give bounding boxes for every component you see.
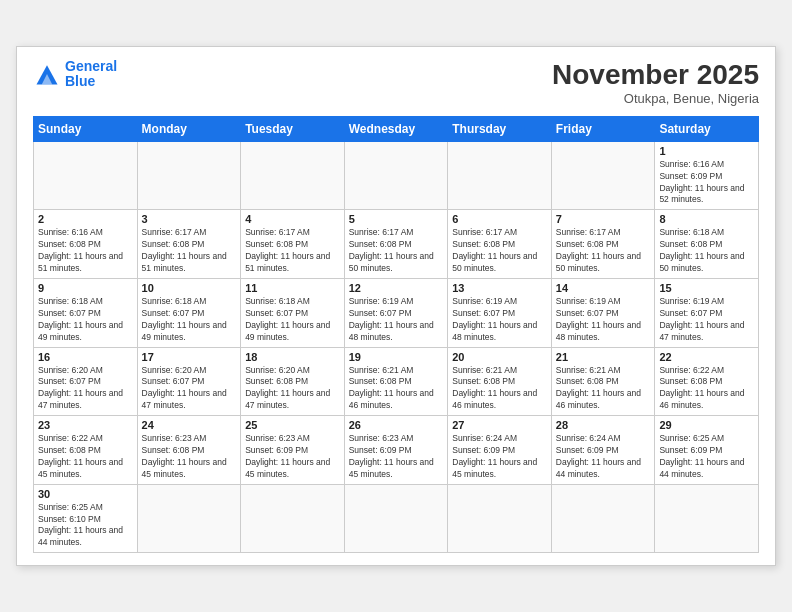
day-number: 12: [349, 282, 444, 294]
calendar-cell: 18Sunrise: 6:20 AM Sunset: 6:08 PM Dayli…: [241, 347, 345, 416]
calendar-cell: 16Sunrise: 6:20 AM Sunset: 6:07 PM Dayli…: [34, 347, 138, 416]
cell-text: Sunrise: 6:24 AM Sunset: 6:09 PM Dayligh…: [452, 433, 547, 481]
day-number: 10: [142, 282, 237, 294]
calendar-cell: [551, 484, 655, 553]
calendar-cell: 23Sunrise: 6:22 AM Sunset: 6:08 PM Dayli…: [34, 416, 138, 485]
calendar-cell: 4Sunrise: 6:17 AM Sunset: 6:08 PM Daylig…: [241, 210, 345, 279]
cell-text: Sunrise: 6:18 AM Sunset: 6:07 PM Dayligh…: [142, 296, 237, 344]
calendar-cell: 13Sunrise: 6:19 AM Sunset: 6:07 PM Dayli…: [448, 278, 552, 347]
cell-text: Sunrise: 6:16 AM Sunset: 6:09 PM Dayligh…: [659, 159, 754, 207]
day-number: 26: [349, 419, 444, 431]
day-number: 17: [142, 351, 237, 363]
calendar-cell: 11Sunrise: 6:18 AM Sunset: 6:07 PM Dayli…: [241, 278, 345, 347]
cell-text: Sunrise: 6:24 AM Sunset: 6:09 PM Dayligh…: [556, 433, 651, 481]
cell-text: Sunrise: 6:18 AM Sunset: 6:08 PM Dayligh…: [659, 227, 754, 275]
calendar-cell: 29Sunrise: 6:25 AM Sunset: 6:09 PM Dayli…: [655, 416, 759, 485]
calendar-cell: [137, 141, 241, 210]
week-row-2: 2Sunrise: 6:16 AM Sunset: 6:08 PM Daylig…: [34, 210, 759, 279]
calendar-cell: 24Sunrise: 6:23 AM Sunset: 6:08 PM Dayli…: [137, 416, 241, 485]
day-number: 9: [38, 282, 133, 294]
calendar-cell: 5Sunrise: 6:17 AM Sunset: 6:08 PM Daylig…: [344, 210, 448, 279]
calendar-cell: [655, 484, 759, 553]
cell-text: Sunrise: 6:17 AM Sunset: 6:08 PM Dayligh…: [452, 227, 547, 275]
calendar-cell: [344, 484, 448, 553]
cell-text: Sunrise: 6:17 AM Sunset: 6:08 PM Dayligh…: [245, 227, 340, 275]
day-header-sunday: Sunday: [34, 116, 138, 141]
cell-text: Sunrise: 6:23 AM Sunset: 6:09 PM Dayligh…: [245, 433, 340, 481]
month-title: November 2025: [552, 59, 759, 91]
cell-text: Sunrise: 6:18 AM Sunset: 6:07 PM Dayligh…: [38, 296, 133, 344]
cell-text: Sunrise: 6:20 AM Sunset: 6:07 PM Dayligh…: [38, 365, 133, 413]
calendar-cell: [448, 141, 552, 210]
cell-text: Sunrise: 6:19 AM Sunset: 6:07 PM Dayligh…: [452, 296, 547, 344]
cell-text: Sunrise: 6:17 AM Sunset: 6:08 PM Dayligh…: [349, 227, 444, 275]
calendar-cell: 20Sunrise: 6:21 AM Sunset: 6:08 PM Dayli…: [448, 347, 552, 416]
calendar-cell: [551, 141, 655, 210]
day-number: 30: [38, 488, 133, 500]
calendar-cell: 30Sunrise: 6:25 AM Sunset: 6:10 PM Dayli…: [34, 484, 138, 553]
calendar-cell: 2Sunrise: 6:16 AM Sunset: 6:08 PM Daylig…: [34, 210, 138, 279]
calendar-cell: 28Sunrise: 6:24 AM Sunset: 6:09 PM Dayli…: [551, 416, 655, 485]
calendar-cell: 27Sunrise: 6:24 AM Sunset: 6:09 PM Dayli…: [448, 416, 552, 485]
days-header-row: SundayMondayTuesdayWednesdayThursdayFrid…: [34, 116, 759, 141]
generalblue-logo-icon: [33, 60, 61, 88]
day-number: 3: [142, 213, 237, 225]
cell-text: Sunrise: 6:23 AM Sunset: 6:08 PM Dayligh…: [142, 433, 237, 481]
day-number: 5: [349, 213, 444, 225]
calendar-cell: 17Sunrise: 6:20 AM Sunset: 6:07 PM Dayli…: [137, 347, 241, 416]
day-header-wednesday: Wednesday: [344, 116, 448, 141]
day-header-friday: Friday: [551, 116, 655, 141]
cell-text: Sunrise: 6:20 AM Sunset: 6:08 PM Dayligh…: [245, 365, 340, 413]
calendar-cell: [344, 141, 448, 210]
calendar-cell: [137, 484, 241, 553]
week-row-6: 30Sunrise: 6:25 AM Sunset: 6:10 PM Dayli…: [34, 484, 759, 553]
day-number: 18: [245, 351, 340, 363]
cell-text: Sunrise: 6:23 AM Sunset: 6:09 PM Dayligh…: [349, 433, 444, 481]
day-number: 13: [452, 282, 547, 294]
calendar-container: General Blue November 2025 Otukpa, Benue…: [16, 46, 776, 566]
day-header-tuesday: Tuesday: [241, 116, 345, 141]
calendar-cell: [448, 484, 552, 553]
calendar-cell: 15Sunrise: 6:19 AM Sunset: 6:07 PM Dayli…: [655, 278, 759, 347]
day-number: 16: [38, 351, 133, 363]
day-number: 28: [556, 419, 651, 431]
calendar-cell: 12Sunrise: 6:19 AM Sunset: 6:07 PM Dayli…: [344, 278, 448, 347]
cell-text: Sunrise: 6:20 AM Sunset: 6:07 PM Dayligh…: [142, 365, 237, 413]
cell-text: Sunrise: 6:21 AM Sunset: 6:08 PM Dayligh…: [452, 365, 547, 413]
calendar-cell: 26Sunrise: 6:23 AM Sunset: 6:09 PM Dayli…: [344, 416, 448, 485]
day-number: 7: [556, 213, 651, 225]
logo-general: General: [65, 58, 117, 74]
day-number: 11: [245, 282, 340, 294]
cell-text: Sunrise: 6:22 AM Sunset: 6:08 PM Dayligh…: [38, 433, 133, 481]
day-number: 8: [659, 213, 754, 225]
cell-text: Sunrise: 6:21 AM Sunset: 6:08 PM Dayligh…: [556, 365, 651, 413]
week-row-3: 9Sunrise: 6:18 AM Sunset: 6:07 PM Daylig…: [34, 278, 759, 347]
cell-text: Sunrise: 6:17 AM Sunset: 6:08 PM Dayligh…: [556, 227, 651, 275]
cell-text: Sunrise: 6:18 AM Sunset: 6:07 PM Dayligh…: [245, 296, 340, 344]
week-row-4: 16Sunrise: 6:20 AM Sunset: 6:07 PM Dayli…: [34, 347, 759, 416]
day-number: 27: [452, 419, 547, 431]
logo-area: General Blue: [33, 59, 117, 90]
cell-text: Sunrise: 6:25 AM Sunset: 6:09 PM Dayligh…: [659, 433, 754, 481]
calendar-cell: 3Sunrise: 6:17 AM Sunset: 6:08 PM Daylig…: [137, 210, 241, 279]
day-number: 20: [452, 351, 547, 363]
day-number: 24: [142, 419, 237, 431]
day-header-saturday: Saturday: [655, 116, 759, 141]
day-header-monday: Monday: [137, 116, 241, 141]
day-number: 14: [556, 282, 651, 294]
calendar-cell: 21Sunrise: 6:21 AM Sunset: 6:08 PM Dayli…: [551, 347, 655, 416]
day-number: 19: [349, 351, 444, 363]
day-number: 25: [245, 419, 340, 431]
day-number: 23: [38, 419, 133, 431]
calendar-cell: 25Sunrise: 6:23 AM Sunset: 6:09 PM Dayli…: [241, 416, 345, 485]
location: Otukpa, Benue, Nigeria: [552, 91, 759, 106]
calendar-table: SundayMondayTuesdayWednesdayThursdayFrid…: [33, 116, 759, 553]
cell-text: Sunrise: 6:17 AM Sunset: 6:08 PM Dayligh…: [142, 227, 237, 275]
calendar-cell: 19Sunrise: 6:21 AM Sunset: 6:08 PM Dayli…: [344, 347, 448, 416]
day-number: 22: [659, 351, 754, 363]
calendar-cell: 14Sunrise: 6:19 AM Sunset: 6:07 PM Dayli…: [551, 278, 655, 347]
calendar-cell: 22Sunrise: 6:22 AM Sunset: 6:08 PM Dayli…: [655, 347, 759, 416]
week-row-5: 23Sunrise: 6:22 AM Sunset: 6:08 PM Dayli…: [34, 416, 759, 485]
logo-blue: Blue: [65, 73, 95, 89]
day-header-thursday: Thursday: [448, 116, 552, 141]
